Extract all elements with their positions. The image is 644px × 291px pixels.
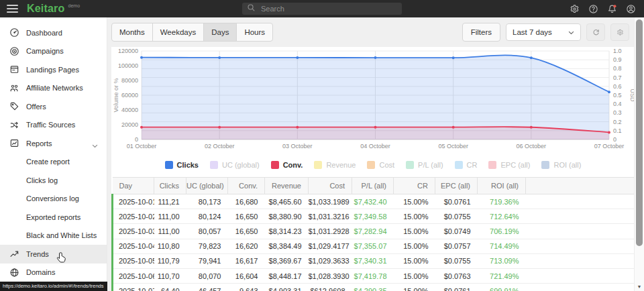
search-box[interactable] (242, 3, 402, 15)
cell-revenue: $8,384.49 (265, 239, 309, 253)
cell-revenue: $8,369.67 (265, 253, 309, 268)
cell-cost: $612.9608 (309, 284, 352, 291)
sidebar-item-black-and-white-lists[interactable]: Black and White Lists (0, 227, 107, 245)
cell-epc-all: $0.0749 (435, 224, 478, 239)
legend-label: Revenue (326, 161, 356, 169)
trends-icon (9, 249, 19, 259)
scrollbar-down-arrow[interactable]: ▼ (635, 284, 644, 289)
legend-item-roi-all[interactable]: ROI (all) (541, 161, 581, 169)
col-header-filler (526, 178, 635, 194)
sidebar-item-clicks-log[interactable]: Clicks log (0, 171, 107, 190)
top-bar: Keitarodemo (0, 0, 644, 17)
sidebar-item-label: Create report (26, 158, 70, 166)
refresh-icon (592, 28, 600, 37)
tab-days[interactable]: Days (203, 23, 237, 42)
svg-text:06 October: 06 October (517, 143, 547, 150)
sidebar-item-label: Trends (26, 250, 49, 258)
svg-text:100000: 100000 (118, 62, 138, 69)
col-header-cost[interactable]: Cost (309, 178, 352, 194)
chart-settings-button[interactable] (610, 23, 629, 41)
cell-roi-all: 699.91% (478, 284, 526, 291)
svg-text:0.8: 0.8 (613, 65, 622, 72)
sidebar-item-conversions-log[interactable]: Conversions log (0, 190, 107, 209)
legend-label: Cost (379, 161, 394, 169)
cell-clicks: 110,70 (154, 268, 186, 283)
cell-roi-all: 714.49% (478, 239, 526, 253)
filters-button[interactable]: Filters (462, 23, 500, 42)
col-header-cr[interactable]: CR (394, 178, 435, 194)
legend-item-cr[interactable]: CR (455, 161, 478, 169)
page-scrollbar[interactable]: ▼ (634, 17, 644, 291)
svg-text:05 October: 05 October (438, 143, 468, 150)
traffic-sources-icon (9, 119, 19, 130)
svg-text:0.9: 0.9 (613, 56, 622, 63)
sidebar-item-affiliate-networks[interactable]: Affiliate Networks (0, 79, 107, 98)
legend-label: Clicks (177, 161, 199, 169)
sidebar-item-trends[interactable]: Trends (0, 245, 107, 264)
legend-item-revenue[interactable]: Revenue (314, 161, 356, 169)
dashboard-icon (9, 27, 19, 38)
date-range-select[interactable]: Last 7 days (506, 23, 581, 41)
legend-swatch (165, 161, 173, 169)
col-header-revenue[interactable]: Revenue (265, 178, 309, 194)
col-header-day[interactable]: Day (113, 178, 154, 194)
app-logo[interactable]: Keitarodemo (18, 0, 80, 17)
col-header-conv[interactable]: Conv. (228, 178, 265, 194)
legend-item-cost[interactable]: Cost (367, 161, 394, 169)
cell-conv: 16,650 (228, 224, 265, 239)
cell-epc-all: $0.0761 (435, 194, 478, 209)
col-header-roi-all[interactable]: ROI (all) (478, 178, 526, 194)
legend-item-epc-all[interactable]: EPC (all) (488, 161, 530, 169)
col-header-epc-all[interactable]: EPC (all) (435, 178, 478, 194)
cell-uc-global: 80,070 (186, 268, 228, 283)
legend-swatch (210, 161, 218, 169)
sidebar-item-label: Dashboard (26, 29, 62, 37)
notifications-bell-icon[interactable] (607, 4, 617, 14)
legend-label: UC (global) (222, 161, 260, 169)
sidebar-item-offers[interactable]: Offers (0, 97, 107, 116)
scrollbar-thumb[interactable] (636, 19, 643, 246)
cell-epc-all: $0.0763 (435, 268, 478, 283)
cell-cr: 15.00% (394, 194, 435, 209)
table-row: 2025-10-05110,7979,94116,617$8,369.67$1,… (113, 253, 635, 268)
settings-gear-icon[interactable] (570, 4, 580, 14)
sidebar-item-exported-reports[interactable]: Exported reports (0, 208, 107, 227)
sidebar-item-landings-pages[interactable]: Landings Pages (0, 60, 107, 79)
svg-text:80000: 80000 (121, 77, 138, 84)
cell-p-l-all: $7,282.94 (352, 224, 394, 239)
legend-item-uc-global[interactable]: UC (global) (210, 161, 260, 169)
cell-p-l-all: $7,349.58 (352, 209, 394, 224)
tab-hours[interactable]: Hours (236, 23, 273, 42)
refresh-button[interactable] (586, 23, 605, 41)
svg-text:0: 0 (135, 136, 138, 143)
menu-icon[interactable] (7, 5, 18, 13)
sidebar-item-domains[interactable]: Domains (0, 264, 107, 282)
legend-swatch (541, 161, 549, 169)
sidebar-item-campaigns[interactable]: Campaigns (0, 42, 107, 61)
cell-revenue: $8,380.90 (265, 209, 309, 224)
chevron-down-icon (92, 141, 98, 150)
search-input[interactable] (260, 4, 383, 13)
col-header-clicks[interactable]: Clicks (154, 178, 186, 194)
sidebar-item-create-report[interactable]: Create report (0, 153, 107, 172)
tab-weekdays[interactable]: Weekdays (152, 23, 204, 42)
sidebar-item-traffic-sources[interactable]: Traffic Sources (0, 116, 107, 135)
help-icon[interactable] (588, 4, 598, 14)
offers-icon (9, 101, 19, 112)
sidebar-item-dashboard[interactable]: Dashboard (0, 23, 107, 42)
legend-item-conv[interactable]: Conv. (271, 161, 303, 169)
tab-months[interactable]: Months (111, 23, 153, 42)
profile-icon[interactable] (626, 4, 636, 14)
legend-label: CR (467, 161, 478, 169)
demo-badge: demo (68, 3, 80, 8)
cell-filler (526, 224, 635, 239)
cell-day: 2025-10-04 (113, 239, 154, 253)
cell-epc-all: $0.0755 (435, 209, 478, 224)
col-header-p-l-all[interactable]: P/L (all) (352, 178, 394, 194)
legend-swatch (455, 161, 463, 169)
col-header-uc-global[interactable]: UC (global) (186, 178, 228, 194)
sidebar-item-reports[interactable]: Reports (0, 134, 107, 153)
legend-item-p-l-all[interactable]: P/L (all) (406, 161, 443, 169)
legend-item-clicks[interactable]: Clicks (165, 161, 199, 169)
cell-cost: $1,028.3930 (309, 268, 352, 283)
